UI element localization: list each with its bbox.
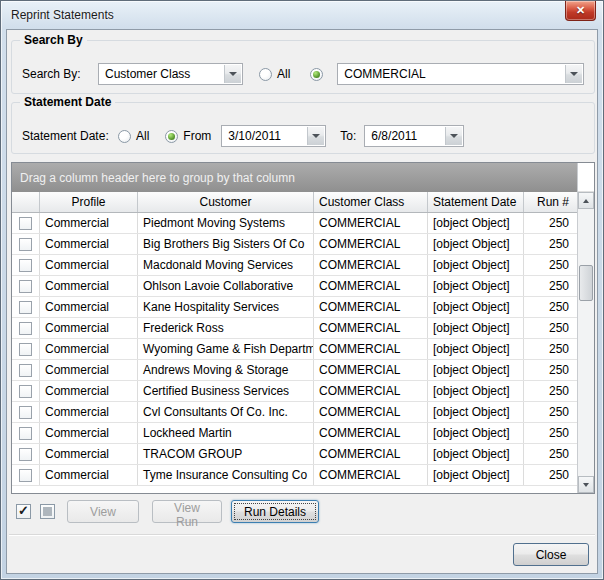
search-all-radio[interactable]: All (259, 67, 290, 81)
chevron-down-icon[interactable] (565, 65, 582, 83)
date-all-radio[interactable]: All (118, 129, 149, 143)
row-checkbox[interactable] (19, 322, 32, 335)
scroll-up-button[interactable] (578, 192, 594, 209)
scrollbar-thumb[interactable] (579, 265, 593, 301)
table-row[interactable]: Commercial Big Brothers Big Sisters Of C… (12, 234, 577, 255)
row-checkbox[interactable] (19, 259, 32, 272)
search-all-radio-label: All (277, 67, 290, 81)
close-button[interactable]: Close (513, 543, 589, 566)
cell-statement-date: [object Object] (428, 360, 524, 380)
row-checkbox[interactable] (19, 217, 32, 230)
cell-customer-class: COMMERCIAL (314, 234, 428, 254)
cell-statement-date: [object Object] (428, 339, 524, 359)
cell-run: 250 (524, 423, 577, 443)
cell-profile: Commercial (40, 255, 138, 275)
row-checkbox[interactable] (19, 364, 32, 377)
cell-customer: Ohlson Lavoie Collaborative (138, 276, 314, 296)
row-checkbox[interactable] (19, 469, 32, 482)
table-row[interactable]: Commercial Lockheed Martin COMMERCIAL [o… (12, 423, 577, 444)
cell-customer-class: COMMERCIAL (314, 465, 428, 485)
chevron-down-icon[interactable] (445, 127, 462, 145)
cell-run: 250 (524, 318, 577, 338)
table-row[interactable]: Commercial Kane Hospitality Services COM… (12, 297, 577, 318)
column-header-customer-class[interactable]: Customer Class (314, 192, 428, 212)
search-value: COMMERCIAL (344, 67, 425, 81)
search-by-mode-dropdown[interactable]: Customer Class (98, 63, 243, 85)
row-checkbox[interactable] (19, 280, 32, 293)
cell-customer: Certified Business Services (138, 381, 314, 401)
radio-selected-icon (310, 68, 323, 81)
view-run-button[interactable]: View Run (152, 500, 222, 523)
column-header-customer[interactable]: Customer (138, 192, 314, 212)
row-checkbox[interactable] (19, 427, 32, 440)
row-checkbox[interactable] (19, 238, 32, 251)
row-checkbox[interactable] (19, 385, 32, 398)
dialog-client-area: Search By Search By: Customer Class All … (6, 29, 598, 574)
cell-profile: Commercial (40, 318, 138, 338)
statement-date-group-label: Statement Date (20, 95, 115, 109)
table-row[interactable]: Commercial Wyoming Game & Fish Departm C… (12, 339, 577, 360)
row-checkbox[interactable] (19, 406, 32, 419)
scrollbar-track[interactable] (578, 209, 594, 476)
search-value-dropdown[interactable]: COMMERCIAL (337, 63, 584, 85)
cell-customer: Kane Hospitality Services (138, 297, 314, 317)
column-header-profile[interactable]: Profile (40, 192, 138, 212)
table-row[interactable]: Commercial Certified Business Services C… (12, 381, 577, 402)
cell-run: 250 (524, 339, 577, 359)
window-title: Reprint Statements (11, 8, 114, 22)
chevron-down-icon[interactable] (307, 127, 324, 145)
titlebar: Reprint Statements ✕ (1, 1, 603, 29)
close-icon: ✕ (576, 5, 585, 16)
column-header-run[interactable]: Run # (524, 192, 577, 212)
close-window-button[interactable]: ✕ (565, 1, 596, 21)
vertical-scrollbar[interactable] (577, 163, 594, 493)
cell-customer: Frederick Ross (138, 318, 314, 338)
cell-statement-date: [object Object] (428, 381, 524, 401)
chevron-down-icon[interactable] (224, 65, 241, 83)
table-row[interactable]: Commercial Piedmont Moving Systems COMME… (12, 213, 577, 234)
select-all-checkbox[interactable]: ✓ (16, 504, 31, 519)
check-icon: ✓ (18, 504, 29, 517)
search-by-group-label: Search By (20, 33, 87, 47)
search-by-field-label: Search By: (22, 67, 98, 81)
cell-run: 250 (524, 360, 577, 380)
table-row[interactable]: Commercial Andrews Moving & Storage COMM… (12, 360, 577, 381)
from-date-dropdown[interactable]: 3/10/2011 (221, 125, 326, 147)
cell-profile: Commercial (40, 402, 138, 422)
table-row[interactable]: Commercial Macdonald Moving Services COM… (12, 255, 577, 276)
scroll-down-button[interactable] (578, 476, 594, 493)
column-header-statement-date[interactable]: Statement Date (428, 192, 524, 212)
reprint-statements-dialog: Reprint Statements ✕ Search By Search By… (0, 0, 604, 580)
row-checkbox[interactable] (19, 301, 32, 314)
deselect-all-checkbox[interactable] (40, 504, 55, 519)
to-date-dropdown[interactable]: 6/8/2011 (364, 125, 464, 147)
from-date-value: 3/10/2011 (228, 129, 281, 143)
scroll-down-icon (583, 483, 589, 487)
radio-unselected-icon (118, 130, 131, 143)
table-row[interactable]: Commercial Ohlson Lavoie Collaborative C… (12, 276, 577, 297)
search-specific-radio[interactable] (310, 68, 323, 81)
cell-profile: Commercial (40, 465, 138, 485)
cell-profile: Commercial (40, 234, 138, 254)
group-by-panel[interactable]: Drag a column header here to group by th… (12, 163, 577, 192)
cell-statement-date: [object Object] (428, 318, 524, 338)
table-row[interactable]: Commercial Cvl Consultants Of Co. Inc. C… (12, 402, 577, 423)
view-button[interactable]: View (67, 500, 139, 523)
table-row[interactable]: Commercial TRACOM GROUP COMMERCIAL [obje… (12, 444, 577, 465)
scroll-up-icon (583, 199, 589, 203)
scrollbar-spacer (578, 163, 594, 192)
table-row[interactable]: Commercial Tyme Insurance Consulting Co … (12, 465, 577, 486)
cell-profile: Commercial (40, 213, 138, 233)
row-checkbox[interactable] (19, 343, 32, 356)
run-details-button[interactable]: Run Details (231, 500, 319, 523)
cell-statement-date: [object Object] (428, 297, 524, 317)
cell-customer-class: COMMERCIAL (314, 423, 428, 443)
date-from-radio[interactable]: From (165, 129, 211, 143)
cell-statement-date: [object Object] (428, 255, 524, 275)
cell-run: 250 (524, 255, 577, 275)
row-checkbox[interactable] (19, 448, 32, 461)
cell-profile: Commercial (40, 360, 138, 380)
cell-run: 250 (524, 213, 577, 233)
radio-unselected-icon (259, 68, 272, 81)
table-row[interactable]: Commercial Frederick Ross COMMERCIAL [ob… (12, 318, 577, 339)
